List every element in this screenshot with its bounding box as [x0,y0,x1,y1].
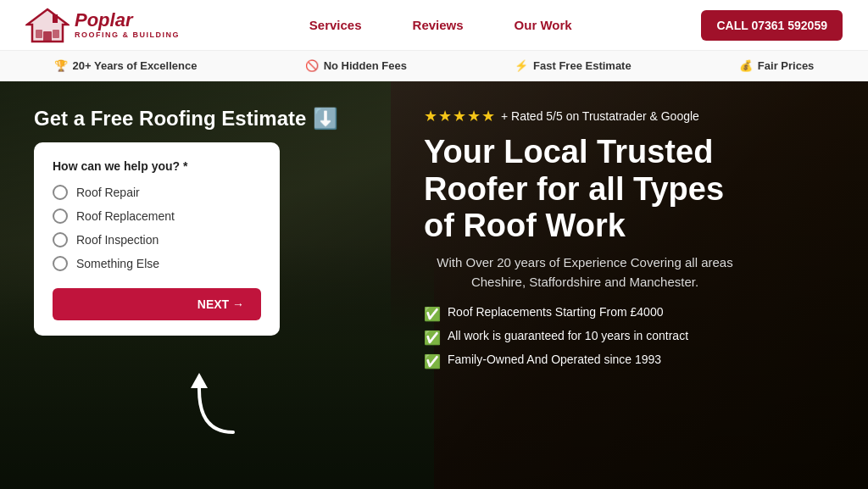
form-next-button[interactable]: NEXT → [53,288,261,320]
arrow-icon [182,364,250,449]
feature-text-2: All work is guaranteed for 10 years in c… [448,329,688,342]
call-button[interactable]: CALL 07361 592059 [701,10,843,41]
no-fees-icon: 🚫 [305,59,319,72]
logo-subtitle: ROOFING & BUILDING [75,31,180,40]
hero-subtext: With Over 20 years of Experience Coverin… [424,253,746,292]
option-roof-replacement-label: Roof Replacement [76,209,175,223]
nav-services[interactable]: Services [309,18,362,32]
money-icon: 💰 [739,59,753,72]
hero-right-panel: ★★★★★ + Rated 5/5 on Trustatrader & Goog… [424,98,834,472]
trust-item-excellence: 🏆 20+ Years of Excellence [54,59,198,72]
option-roof-repair[interactable]: Roof Repair [53,185,261,200]
features-list: ✅ Roof Replacements Starting From £4000 … [424,305,834,370]
arrow-area [34,364,398,449]
svg-rect-5 [43,31,52,42]
main-nav: Services Reviews Our Work [309,18,572,32]
trust-item-fees: 🚫 No Hidden Fees [305,59,407,72]
headline-line1: Your Local Trusted [424,134,713,169]
star-icons: ★★★★★ [424,107,496,125]
svg-rect-4 [53,30,59,38]
radio-roof-repair[interactable] [53,185,68,200]
estimate-title: Get a Free Roofing Estimate ⬇️ [34,107,398,131]
logo[interactable]: Poplar ROOFING & BUILDING [25,6,180,45]
option-roof-inspection[interactable]: Roof Inspection [53,232,261,247]
logo-brand-name: Poplar [75,10,180,31]
feature-item-3: ✅ Family-Owned And Operated since 1993 [424,353,834,370]
trust-item-estimate: ⚡ Fast Free Estimate [515,59,632,72]
option-something-else-label: Something Else [76,257,159,270]
estimate-title-text: Get a Free Roofing Estimate [34,107,306,131]
option-roof-repair-label: Roof Repair [76,186,140,199]
radio-roof-inspection[interactable] [53,232,68,247]
logo-icon [25,6,70,45]
trust-fees-text: No Hidden Fees [324,59,407,72]
svg-marker-6 [191,373,208,388]
radio-something-else[interactable] [53,256,68,271]
option-roof-inspection-label: Roof Inspection [76,233,159,247]
hero-content: Get a Free Roofing Estimate ⬇️ How can w… [0,81,868,489]
feature-text-1: Roof Replacements Starting From £4000 [448,305,663,319]
nav-our-work[interactable]: Our Work [515,18,572,32]
trust-estimate-text: Fast Free Estimate [533,59,632,72]
lightning-icon: ⚡ [515,59,528,72]
option-roof-replacement[interactable]: Roof Replacement [53,208,261,224]
feature-item-2: ✅ All work is guaranteed for 10 years in… [424,329,834,346]
logo-text: Poplar ROOFING & BUILDING [75,10,180,39]
form-question-label: How can we help you? * [53,159,261,173]
feature-item-1: ✅ Roof Replacements Starting From £4000 [424,305,834,322]
check-icon-3: ✅ [424,353,441,370]
down-arrow-emoji: ⬇️ [313,107,338,131]
feature-text-3: Family-Owned And Operated since 1993 [448,353,661,366]
svg-rect-3 [36,30,42,38]
check-icon-1: ✅ [424,306,441,322]
hero-left-panel: Get a Free Roofing Estimate ⬇️ How can w… [34,98,398,472]
trust-item-prices: 💰 Fair Prices [739,59,815,72]
rating-row: ★★★★★ + Rated 5/5 on Trustatrader & Goog… [424,107,834,125]
radio-roof-replacement[interactable] [53,208,68,224]
svg-rect-2 [53,14,58,23]
hero-headline: Your Local Trusted Roofer for all Types … [424,134,834,245]
rating-text: + Rated 5/5 on Trustatrader & Google [501,109,699,123]
trust-prices-text: Fair Prices [758,59,815,72]
trust-bar: 🏆 20+ Years of Excellence 🚫 No Hidden Fe… [0,51,868,81]
option-something-else[interactable]: Something Else [53,256,261,271]
hero-section: Get a Free Roofing Estimate ⬇️ How can w… [0,81,868,489]
trust-excellence-text: 20+ Years of Excellence [73,59,198,72]
check-icon-2: ✅ [424,330,441,346]
headline-line3: of Roof Work [424,208,626,243]
nav-reviews[interactable]: Reviews [413,18,464,32]
headline-line2: Roofer for all Types [424,171,724,207]
trophy-icon: 🏆 [54,59,68,72]
estimate-form-card: How can we help you? * Roof Repair Roof … [34,142,280,336]
header: Poplar ROOFING & BUILDING Services Revie… [0,0,868,51]
